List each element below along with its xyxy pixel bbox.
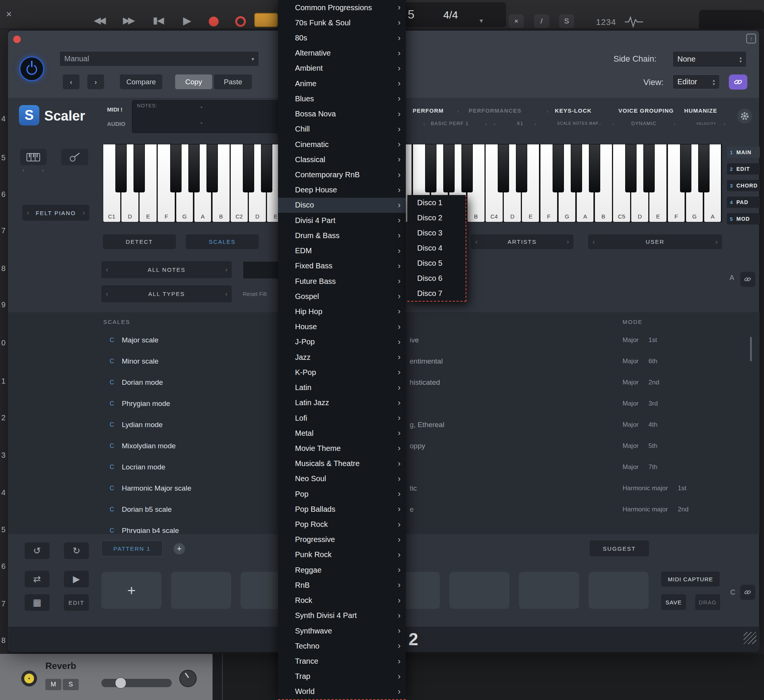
menu-item-synthwave[interactable]: Synthwave› bbox=[278, 623, 406, 638]
channel-slider[interactable] bbox=[101, 679, 172, 687]
tab-user[interactable]: ‹ USER › bbox=[588, 234, 722, 249]
menu-item-pop-ballads[interactable]: Pop Ballads› bbox=[278, 502, 406, 517]
edit-pattern-button[interactable]: EDIT bbox=[64, 594, 89, 611]
black-key-25[interactable] bbox=[571, 144, 582, 192]
slash-button[interactable]: / bbox=[534, 14, 549, 28]
black-key-7[interactable] bbox=[243, 144, 254, 192]
chevron-left-icon[interactable]: ‹ bbox=[106, 291, 108, 297]
chevron-right-icon[interactable]: › bbox=[225, 291, 227, 297]
submenu-item-disco-4[interactable]: Disco 4 bbox=[407, 241, 466, 256]
dynamic-value[interactable]: DYNAMIC bbox=[631, 120, 657, 126]
submenu-item-disco-1[interactable]: Disco 1 bbox=[407, 195, 466, 210]
chevron-right-icon[interactable]: › bbox=[612, 121, 614, 127]
menu-item-reggae[interactable]: Reggae› bbox=[278, 562, 406, 578]
chevron-right-icon[interactable]: › bbox=[546, 108, 548, 114]
redo-button[interactable]: ↻ bbox=[64, 542, 89, 559]
channel-gain-knob[interactable] bbox=[21, 670, 37, 686]
all-notes-selector[interactable]: ‹ ALL NOTES › bbox=[101, 261, 232, 278]
menu-item-movie-theme[interactable]: Movie Theme› bbox=[278, 441, 406, 456]
mute-button[interactable]: M bbox=[45, 679, 61, 690]
metronome-waveform-icon[interactable] bbox=[625, 16, 643, 28]
count-in-button[interactable]: 1234 bbox=[596, 17, 616, 27]
menu-item-trance[interactable]: Trance› bbox=[278, 653, 406, 669]
compare-button[interactable]: Compare bbox=[120, 75, 162, 89]
pattern-slot-2[interactable] bbox=[171, 572, 231, 609]
page-tab-main[interactable]: 1MAIN bbox=[727, 147, 760, 158]
chevron-left-icon[interactable]: ‹ bbox=[22, 167, 24, 173]
menu-item-house[interactable]: House› bbox=[278, 319, 406, 334]
reset-filters-link[interactable]: Reset Filt bbox=[243, 291, 267, 297]
black-key-24[interactable] bbox=[553, 144, 564, 192]
clear-button[interactable]: × bbox=[509, 14, 524, 28]
tab-artists[interactable]: ‹ ARTISTS › bbox=[471, 234, 573, 249]
submenu-item-disco-2[interactable]: Disco 2 bbox=[407, 210, 466, 225]
scale-notes-map-value[interactable]: SCALE NOTES MAP... bbox=[557, 121, 603, 125]
black-key-19[interactable] bbox=[462, 144, 473, 192]
guitar-view-button[interactable] bbox=[61, 149, 88, 165]
chevron-right-icon[interactable]: › bbox=[225, 266, 227, 273]
record-button[interactable] bbox=[209, 17, 219, 27]
black-key-5[interactable] bbox=[207, 144, 218, 192]
instrument-selector[interactable]: ‹ FELT PIANO › bbox=[22, 205, 89, 221]
chevron-right-icon[interactable]: › bbox=[485, 121, 487, 127]
black-key-28[interactable] bbox=[625, 144, 637, 192]
bind-link-button[interactable] bbox=[740, 272, 755, 287]
window-mode-button[interactable]: ↑ bbox=[746, 34, 756, 44]
perform-label[interactable]: PERFORM bbox=[413, 107, 444, 114]
menu-item-techno[interactable]: Techno› bbox=[278, 638, 406, 653]
chevron-left-icon[interactable]: ‹ bbox=[493, 121, 495, 127]
next-preset-button[interactable]: › bbox=[88, 75, 104, 89]
humanize-label[interactable]: HUMANIZE bbox=[684, 107, 717, 114]
page-tab-chord[interactable]: 3CHORD bbox=[727, 180, 760, 191]
chevron-left-icon[interactable]: ‹ bbox=[476, 239, 478, 245]
list-scrollbar[interactable] bbox=[750, 337, 752, 361]
link-button[interactable] bbox=[729, 75, 747, 89]
menu-item-fixed-bass[interactable]: Fixed Bass› bbox=[278, 259, 406, 273]
menu-item-bossa-nova[interactable]: Bossa Nova› bbox=[278, 106, 406, 122]
chevron-right-icon[interactable]: › bbox=[567, 239, 569, 245]
side-chain-dropdown[interactable]: None ▴▾ bbox=[672, 51, 747, 67]
drag-button[interactable]: DRAG bbox=[695, 594, 720, 610]
menu-item-edm[interactable]: EDM› bbox=[278, 244, 406, 259]
chevron-right-icon[interactable]: › bbox=[723, 121, 725, 127]
menu-item-contemporary-rnb[interactable]: Contemporary RnB› bbox=[278, 167, 406, 182]
play-button[interactable]: ▶ bbox=[183, 14, 191, 27]
bind-link-button[interactable] bbox=[740, 585, 755, 600]
menu-item-classical[interactable]: Classical› bbox=[278, 152, 406, 167]
black-key-31[interactable] bbox=[680, 144, 691, 192]
audio-indicator[interactable]: AUDIO bbox=[107, 120, 125, 127]
black-key-32[interactable] bbox=[698, 144, 709, 192]
suggest-button[interactable]: SUGGEST bbox=[590, 541, 649, 556]
menu-item-latin[interactable]: Latin› bbox=[278, 380, 406, 395]
black-key-1[interactable] bbox=[133, 144, 145, 192]
menu-item-alternative[interactable]: Alternative› bbox=[278, 46, 406, 61]
menu-item-jazz[interactable]: Jazz› bbox=[278, 350, 406, 365]
menu-item-blues[interactable]: Blues› bbox=[278, 91, 406, 106]
tab-scales[interactable]: SCALES bbox=[186, 234, 259, 249]
menu-item-future-bass[interactable]: Future Bass› bbox=[278, 273, 406, 289]
menu-item-musicals-theatre[interactable]: Musicals & Theatre› bbox=[278, 456, 406, 471]
chevron-left-icon[interactable]: ‹ bbox=[106, 266, 108, 273]
submenu-item-disco-3[interactable]: Disco 3 bbox=[407, 225, 466, 241]
play-pattern-button[interactable]: ▶ bbox=[64, 571, 89, 588]
chevron-left-icon[interactable]: ‹ bbox=[593, 239, 595, 245]
menu-item-j-pop[interactable]: J-Pop› bbox=[278, 334, 406, 350]
keys-lock-label[interactable]: KEYS-LOCK bbox=[555, 107, 592, 114]
menu-item-ambient[interactable]: Ambient› bbox=[278, 61, 406, 76]
black-key-29[interactable] bbox=[643, 144, 655, 192]
menu-item-trap[interactable]: Trap› bbox=[278, 669, 406, 684]
black-key-18[interactable] bbox=[443, 144, 455, 192]
menu-item-latin-jazz[interactable]: Latin Jazz› bbox=[278, 395, 406, 411]
all-types-selector[interactable]: ‹ ALL TYPES › bbox=[101, 285, 232, 302]
pattern-slot-7[interactable] bbox=[519, 572, 579, 609]
pan-knob[interactable] bbox=[179, 670, 197, 687]
menu-item-cinematic[interactable]: Cinematic› bbox=[278, 137, 406, 152]
x1-value[interactable]: X1 bbox=[517, 120, 523, 126]
chevron-right-icon[interactable]: › bbox=[534, 121, 536, 127]
submenu-item-disco-6[interactable]: Disco 6 bbox=[407, 270, 466, 286]
menu-item-neo-soul[interactable]: Neo Soul› bbox=[278, 471, 406, 486]
copy-button[interactable]: Copy bbox=[175, 75, 212, 89]
submenu-item-disco-5[interactable]: Disco 5 bbox=[407, 256, 466, 270]
page-tab-pad[interactable]: 4PAD bbox=[727, 197, 760, 208]
menu-item-80s[interactable]: 80s› bbox=[278, 30, 406, 45]
